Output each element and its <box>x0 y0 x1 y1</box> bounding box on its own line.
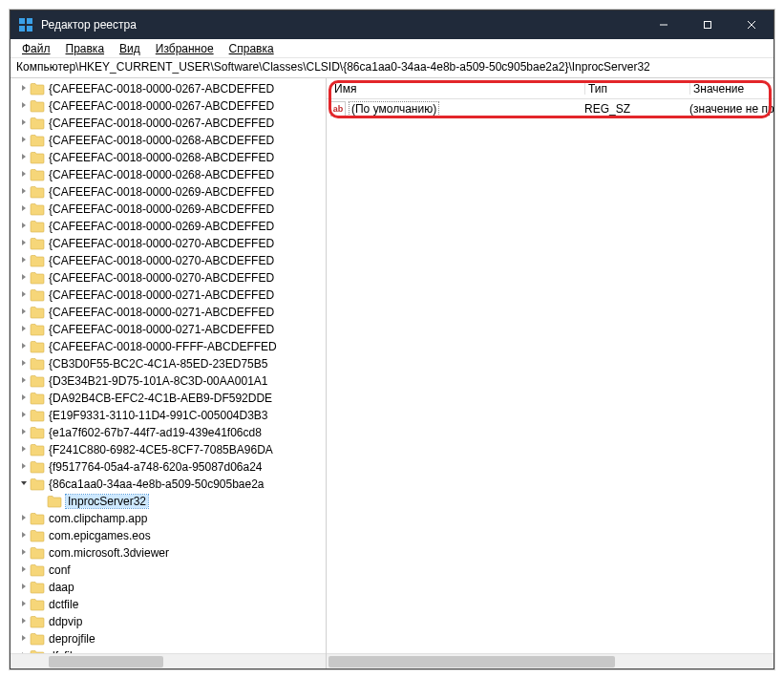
tree-node[interactable]: dctfile <box>11 596 326 613</box>
value-row[interactable]: ab(По умолчанию)REG_SZ(значение не присв… <box>327 99 773 118</box>
menu-help[interactable]: Справка <box>222 40 282 57</box>
regedit-window: Редактор реестра Файл Правка Вид Избранн… <box>10 10 774 669</box>
expander-icon[interactable] <box>18 462 30 472</box>
expander-icon[interactable] <box>18 222 30 231</box>
tree-node[interactable]: {86ca1aa0-34aa-4e8b-a509-50c905bae2a <box>11 476 326 493</box>
tree-node[interactable]: {CAFEEFAC-0018-0000-0269-ABCDEFFED <box>11 201 326 218</box>
expander-icon[interactable] <box>18 308 30 317</box>
tree-node[interactable]: {CAFEEFAC-0018-0000-0267-ABCDEFFED <box>11 80 326 97</box>
folder-icon <box>30 443 45 456</box>
expander-icon[interactable] <box>18 204 30 214</box>
tree-node[interactable]: {DA92B4CB-EFC2-4C1B-AEB9-DF592DDE <box>11 390 326 407</box>
svg-rect-5 <box>705 22 711 29</box>
expander-icon[interactable] <box>18 325 30 334</box>
tree-node[interactable]: conf <box>11 562 326 579</box>
tree-node-label: {CAFEEFAC-0018-0000-0267-ABCDEFFED <box>49 117 274 130</box>
minimize-button[interactable] <box>642 11 686 39</box>
menu-view[interactable]: Вид <box>112 40 148 57</box>
expander-icon[interactable] <box>18 256 30 265</box>
col-name[interactable]: Имя <box>330 78 584 98</box>
tree-node-label: {CB3D0F55-BC2C-4C1A-85ED-23ED75B5 <box>49 357 267 371</box>
expander-icon[interactable] <box>18 170 30 180</box>
tree-node[interactable]: {CAFEEFAC-0018-0000-0271-ABCDEFFED <box>11 304 326 321</box>
value-data: (значение не присво <box>689 102 773 116</box>
tree-node[interactable]: ddpvip <box>11 613 326 630</box>
expander-icon[interactable] <box>18 565 30 575</box>
expander-icon[interactable] <box>18 393 30 403</box>
expander-icon[interactable] <box>18 342 30 351</box>
tree-node[interactable]: {e1a7f602-67b7-44f7-ad19-439e41f06cd8 <box>11 424 326 441</box>
expander-icon[interactable] <box>18 359 30 369</box>
tree-node[interactable]: {CAFEEFAC-0018-0000-FFFF-ABCDEFFED <box>11 338 326 355</box>
tree-node[interactable]: {f9517764-05a4-a748-620a-95087d06a24 <box>11 458 326 476</box>
expander-icon[interactable] <box>18 531 30 541</box>
tree-node[interactable]: daap <box>11 579 326 596</box>
expander-icon[interactable] <box>18 376 30 386</box>
expander-icon[interactable] <box>18 445 30 455</box>
expander-icon[interactable] <box>18 548 30 558</box>
expander-icon[interactable] <box>18 273 30 283</box>
expander-icon[interactable] <box>18 290 30 300</box>
tree-node[interactable]: {D3E34B21-9D75-101A-8C3D-00AA001A1 <box>11 372 326 390</box>
folder-icon <box>30 357 45 371</box>
tree-node-label: ddpvip <box>49 615 82 628</box>
tree-node-label: {f9517764-05a4-a748-620a-95087d06a24 <box>49 460 263 474</box>
expander-icon[interactable] <box>18 84 30 94</box>
tree-node[interactable]: {CAFEEFAC-0018-0000-0267-ABCDEFFED <box>11 97 326 115</box>
tree-node[interactable]: {CAFEEFAC-0018-0000-0270-ABCDEFFED <box>11 235 326 252</box>
maximize-button[interactable] <box>686 11 730 39</box>
expander-icon[interactable] <box>18 514 30 523</box>
tree-node-selected[interactable]: InprocServer32 <box>11 493 326 510</box>
tree-node[interactable]: {CAFEEFAC-0018-0000-0271-ABCDEFFED <box>11 321 326 338</box>
tree-node[interactable]: {CAFEEFAC-0018-0000-0268-ABCDEFFED <box>11 166 326 183</box>
expander-icon[interactable] <box>18 600 30 609</box>
tree-node[interactable]: {CAFEEFAC-0018-0000-0270-ABCDEFFED <box>11 252 326 269</box>
menu-favorites[interactable]: Избранное <box>148 40 222 57</box>
tree-node[interactable]: {CAFEEFAC-0018-0000-0271-ABCDEFFED <box>11 286 326 304</box>
folder-icon <box>30 117 45 130</box>
col-type[interactable]: Тип <box>584 78 689 98</box>
expander-icon[interactable] <box>18 239 30 248</box>
tree-node[interactable]: com.epicgames.eos <box>11 527 326 544</box>
expander-icon[interactable] <box>18 617 30 626</box>
expander-icon[interactable] <box>18 428 30 437</box>
tree-node[interactable]: {E19F9331-3110-11D4-991C-005004D3B3 <box>11 407 326 424</box>
folder-icon <box>30 254 45 267</box>
expander-icon[interactable] <box>18 479 30 489</box>
tree-node[interactable]: {CB3D0F55-BC2C-4C1A-85ED-23ED75B5 <box>11 355 326 372</box>
tree-hscrollbar[interactable] <box>11 653 326 668</box>
col-data[interactable]: Значение <box>689 78 773 98</box>
tree-node[interactable]: {CAFEEFAC-0018-0000-0268-ABCDEFFED <box>11 132 326 149</box>
address-bar[interactable]: Компьютер\HKEY_CURRENT_USER\Software\Cla… <box>11 58 773 77</box>
expander-icon[interactable] <box>18 583 30 592</box>
menu-edit[interactable]: Правка <box>58 40 113 57</box>
tree-view[interactable]: {CAFEEFAC-0018-0000-0267-ABCDEFFED {CAFE… <box>11 78 326 653</box>
values-hscrollbar[interactable] <box>327 653 773 668</box>
window-title: Редактор реестра <box>41 18 642 32</box>
folder-icon <box>30 220 45 233</box>
folder-icon <box>30 168 45 181</box>
tree-node-label: {CAFEEFAC-0018-0000-FFFF-ABCDEFFED <box>49 340 277 353</box>
tree-node[interactable]: {CAFEEFAC-0018-0000-0267-ABCDEFFED <box>11 115 326 132</box>
expander-icon[interactable] <box>18 187 30 197</box>
tree-node[interactable]: {CAFEEFAC-0018-0000-0270-ABCDEFFED <box>11 269 326 286</box>
tree-node[interactable]: {CAFEEFAC-0018-0000-0269-ABCDEFFED <box>11 218 326 235</box>
tree-node[interactable]: {F241C880-6982-4CE5-8CF7-7085BA96DA <box>11 441 326 458</box>
tree-node[interactable]: com.microsoft.3dviewer <box>11 544 326 562</box>
tree-node[interactable]: com.clipchamp.app <box>11 510 326 527</box>
tree-node[interactable]: {CAFEEFAC-0018-0000-0269-ABCDEFFED <box>11 183 326 201</box>
expander-icon[interactable] <box>18 411 30 420</box>
folder-icon <box>30 477 45 491</box>
menu-file[interactable]: Файл <box>14 40 58 57</box>
tree-node[interactable]: {CAFEEFAC-0018-0000-0268-ABCDEFFED <box>11 149 326 166</box>
expander-icon[interactable] <box>18 153 30 162</box>
values-list[interactable]: ab(По умолчанию)REG_SZ(значение не присв… <box>327 99 773 653</box>
expander-icon[interactable] <box>18 101 30 111</box>
close-button[interactable] <box>730 11 773 39</box>
tree-node-label: {CAFEEFAC-0018-0000-0271-ABCDEFFED <box>49 323 274 336</box>
expander-icon[interactable] <box>18 634 30 644</box>
expander-icon[interactable] <box>18 118 30 128</box>
tree-node[interactable]: deprojfile <box>11 630 326 647</box>
tree-node-label: {CAFEEFAC-0018-0000-0271-ABCDEFFED <box>49 306 274 319</box>
expander-icon[interactable] <box>18 136 30 145</box>
